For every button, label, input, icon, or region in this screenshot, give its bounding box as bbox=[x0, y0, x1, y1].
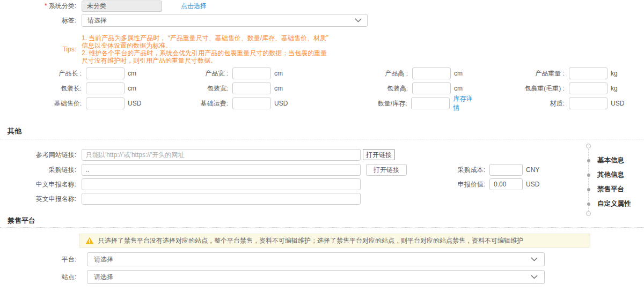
nav-dot-icon bbox=[587, 159, 590, 162]
tags-label: 标签: bbox=[0, 16, 82, 25]
field-quantity-stock: 数量/库存:库存详情 bbox=[322, 94, 479, 113]
nav-item-custom-attributes[interactable]: 自定义属性 bbox=[584, 199, 631, 208]
purchase-link-row: 采购链接: 打开链接 采购成本: CNY bbox=[0, 164, 590, 176]
tips-text: 1. 当前产品为多属性产品时， “产品重量尺寸、基础售价、数量/库存、基础售价、… bbox=[82, 34, 330, 64]
purchase-link-input[interactable] bbox=[82, 164, 361, 176]
quantity-stock-input[interactable] bbox=[411, 98, 450, 109]
other-section-divider bbox=[0, 139, 644, 139]
open-purchase-link-button[interactable]: 打开链接 bbox=[366, 164, 407, 176]
nav-dot-icon bbox=[587, 203, 590, 206]
field-base-price: 基础售价:USD bbox=[0, 98, 142, 109]
chevron-down-icon bbox=[531, 275, 538, 279]
banned-platform-divider bbox=[0, 227, 644, 228]
purchase-cost-field: 采购成本: CNY bbox=[457, 164, 539, 176]
chevron-down-icon bbox=[531, 257, 538, 261]
product-height-input[interactable] bbox=[412, 68, 451, 79]
product-edit-form: *系统分类: 未分类 点击选择 标签: 请选择 Tips: 1. 当前产品为多属… bbox=[0, 0, 644, 292]
required-asterisk: * bbox=[45, 2, 47, 10]
tags-row: 标签: 请选择 bbox=[0, 14, 376, 27]
declare-value-input[interactable] bbox=[489, 178, 523, 190]
field-package-width: 包装宽:cm bbox=[142, 83, 322, 94]
product-width-input[interactable] bbox=[232, 68, 271, 79]
nav-item-other-info[interactable]: 其他信息 bbox=[584, 170, 624, 179]
field-product-width: 产品宽 :cm bbox=[142, 68, 322, 79]
dim-row-1: 产品长 :cm 产品宽 :cm 产品高 :cm 产品重量 :kg bbox=[0, 68, 644, 79]
purchase-cost-label: 采购成本: bbox=[457, 166, 489, 175]
cn-declare-name-row: 中文申报名称: 申报价值: USD bbox=[0, 178, 590, 190]
warning-text: 只选择了禁售平台没有选择对应的站点，整个平台禁售，资料不可编辑维护；选择了禁售平… bbox=[98, 236, 523, 245]
field-package-length: 包装长:cm bbox=[0, 83, 142, 94]
banned-platform-warning: 只选择了禁售平台没有选择对应的站点，整个平台禁售，资料不可编辑维护；选择了禁售平… bbox=[79, 234, 590, 248]
system-category-label: *系统分类: bbox=[0, 2, 82, 11]
nav-dot-icon bbox=[587, 174, 590, 177]
reference-link-input[interactable] bbox=[82, 149, 361, 161]
declare-value-unit: USD bbox=[526, 181, 539, 188]
product-length-input[interactable] bbox=[86, 68, 125, 79]
dimensions-grid: 产品长 :cm 产品宽 :cm 产品高 :cm 产品重量 :kg 包装长:cm … bbox=[0, 68, 644, 113]
nav-item-basic-info[interactable]: 基本信息 bbox=[584, 156, 624, 165]
platform-select[interactable]: 请选择 bbox=[87, 252, 545, 266]
package-height-input[interactable] bbox=[412, 83, 451, 94]
platform-select-value: 请选择 bbox=[94, 255, 531, 264]
product-weight-input[interactable] bbox=[569, 68, 608, 79]
declare-value-label: 申报价值: bbox=[457, 180, 489, 189]
material-input[interactable] bbox=[569, 98, 608, 109]
field-product-height: 产品高 :cm bbox=[322, 68, 479, 79]
nav-item-banned-platform[interactable]: 禁售平台 bbox=[584, 185, 624, 194]
base-price-input[interactable] bbox=[86, 98, 125, 109]
system-category-row: *系统分类: 未分类 点击选择 bbox=[0, 0, 376, 12]
purchase-link-label: 采购链接: bbox=[0, 166, 82, 175]
field-parcel-gross-weight: 包裹重(毛重) :kg bbox=[479, 83, 618, 94]
nav-dot-icon bbox=[587, 188, 590, 191]
platform-label: 平台: bbox=[0, 255, 82, 264]
cn-declare-name-input[interactable] bbox=[82, 178, 361, 190]
stock-detail-link[interactable]: 库存详情 bbox=[453, 94, 479, 113]
en-declare-name-row: 英文申报名称: bbox=[0, 193, 590, 205]
tips-line-1: 1. 当前产品为多属性产品时， “产品重量尺寸、基础售价、数量/库存、基础售价、… bbox=[82, 34, 330, 49]
tips-block: Tips: 1. 当前产品为多属性产品时， “产品重量尺寸、基础售价、数量/库存… bbox=[0, 34, 376, 64]
purchase-cost-input[interactable] bbox=[489, 164, 523, 176]
base-shipping-input[interactable] bbox=[232, 98, 271, 109]
other-section-title: 其他 bbox=[8, 126, 21, 136]
tags-select[interactable]: 请选择 bbox=[82, 14, 368, 27]
dim-row-2: 包装长:cm 包装宽:cm 包装高:cm 包裹重(毛重) :kg bbox=[0, 83, 644, 94]
open-reference-link-button[interactable]: 打开链接 bbox=[363, 149, 395, 160]
system-category-value-field: 未分类 bbox=[82, 1, 162, 12]
en-declare-name-label: 英文申报名称: bbox=[0, 194, 82, 204]
nav-endpoint-top-icon bbox=[586, 144, 591, 148]
banned-platform-section-title: 禁售平台 bbox=[8, 216, 35, 226]
field-product-weight: 产品重量 :kg bbox=[479, 68, 618, 79]
nav-endpoint-bottom-icon bbox=[586, 211, 591, 216]
package-width-input[interactable] bbox=[232, 83, 271, 94]
field-material: 材质:USD bbox=[479, 98, 624, 109]
parcel-gross-weight-input[interactable] bbox=[569, 83, 608, 94]
package-length-input[interactable] bbox=[86, 83, 125, 94]
site-select-value: 请选择 bbox=[94, 273, 531, 282]
tips-label: Tips: bbox=[0, 46, 82, 53]
cn-declare-name-label: 中文申报名称: bbox=[0, 180, 82, 189]
chevron-down-icon bbox=[355, 18, 362, 23]
site-select[interactable]: 请选择 bbox=[87, 270, 545, 284]
reference-link-label: 参考网站链接: bbox=[0, 151, 82, 160]
declare-value-field: 申报价值: USD bbox=[457, 178, 539, 190]
warning-triangle-icon bbox=[85, 237, 94, 244]
reference-link-row: 参考网站链接: 打开链接 bbox=[0, 149, 590, 161]
site-label: 站点: bbox=[0, 273, 82, 282]
dim-row-3: 基础售价:USD 基础运费:USD 数量/库存:库存详情 材质:USD bbox=[0, 98, 644, 109]
field-base-shipping: 基础运费:USD bbox=[142, 98, 322, 109]
purchase-cost-unit: CNY bbox=[526, 166, 539, 174]
tips-line-2: 2. 维护各个平台的产品时，系统会优先引用产品的包裹重量尺寸的数据；当包裹的重量… bbox=[82, 49, 330, 64]
field-package-height: 包装高:cm bbox=[322, 83, 479, 94]
tags-select-value: 请选择 bbox=[87, 16, 355, 25]
field-product-length: 产品长 :cm bbox=[0, 68, 142, 79]
en-declare-name-input[interactable] bbox=[82, 193, 361, 205]
system-category-pick-link[interactable]: 点击选择 bbox=[181, 2, 207, 11]
